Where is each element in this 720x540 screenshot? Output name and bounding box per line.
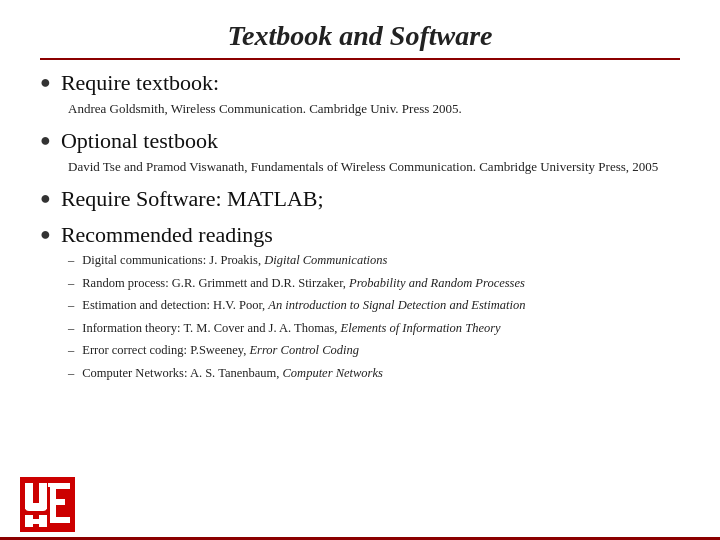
svg-rect-15 — [50, 499, 65, 505]
subitem-estimation: – Estimation and detection: H.V. Poor, A… — [68, 297, 680, 315]
subtext-optional-textbook: David Tse and Pramod Viswanath, Fundamen… — [68, 158, 680, 176]
subtext-require-textbook: Andrea Goldsmith, Wireless Communication… — [68, 100, 680, 118]
bullet-optional-textbook: ● Optional testbook — [40, 128, 680, 154]
bullet-require-textbook: ● Require textbook: — [40, 70, 680, 96]
slide: Textbook and Software ● Require textbook… — [0, 0, 720, 540]
uh-logo-container — [20, 477, 75, 532]
subitem-text-computer-networks: Computer Networks: A. S. Tanenbaum, Comp… — [82, 365, 383, 383]
svg-rect-13 — [50, 483, 70, 489]
subitem-text-digital-comm: Digital communications: J. Proakis, Digi… — [82, 252, 387, 270]
subitem-computer-networks: – Computer Networks: A. S. Tanenbaum, Co… — [68, 365, 680, 383]
slide-title: Textbook and Software — [40, 20, 680, 60]
bullet-recommended: ● Recommended readings — [40, 222, 680, 248]
svg-rect-10 — [39, 515, 47, 527]
bullet-label-1: Require textbook: — [61, 70, 219, 96]
bullet-dot-2: ● — [40, 130, 51, 151]
recommended-subitems: – Digital communications: J. Proakis, Di… — [68, 252, 680, 382]
subitem-text-estimation: Estimation and detection: H.V. Poor, An … — [82, 297, 525, 315]
bullet-dot-3: ● — [40, 188, 51, 209]
subitem-text-error-coding: Error correct coding: P.Sweeney, Error C… — [82, 342, 359, 360]
bullet-label-3: Require Software: MATLAB; — [61, 186, 324, 212]
bullet-dot-4: ● — [40, 224, 51, 245]
bullet-require-software: ● Require Software: MATLAB; — [40, 186, 680, 212]
slide-content: ● Require textbook: Andrea Goldsmith, Wi… — [40, 70, 680, 382]
subitem-random-process: – Random process: G.R. Grimmett and D.R.… — [68, 275, 680, 293]
subitem-error-coding: – Error correct coding: P.Sweeney, Error… — [68, 342, 680, 360]
dash-5: – — [68, 342, 74, 360]
dash-4: – — [68, 320, 74, 338]
dash-6: – — [68, 365, 74, 383]
subitem-digital-comm: – Digital communications: J. Proakis, Di… — [68, 252, 680, 270]
bullet-dot-1: ● — [40, 72, 51, 93]
bullet-label-2: Optional testbook — [61, 128, 218, 154]
subitem-text-information-theory: Information theory: T. M. Cover and J. A… — [82, 320, 500, 338]
dash-2: – — [68, 275, 74, 293]
svg-rect-7 — [39, 483, 47, 509]
dash-3: – — [68, 297, 74, 315]
subitem-text-random-process: Random process: G.R. Grimmett and D.R. S… — [82, 275, 525, 293]
bullet-label-4: Recommended readings — [61, 222, 273, 248]
dash-1: – — [68, 252, 74, 270]
svg-rect-14 — [50, 517, 70, 523]
subitem-information-theory: – Information theory: T. M. Cover and J.… — [68, 320, 680, 338]
